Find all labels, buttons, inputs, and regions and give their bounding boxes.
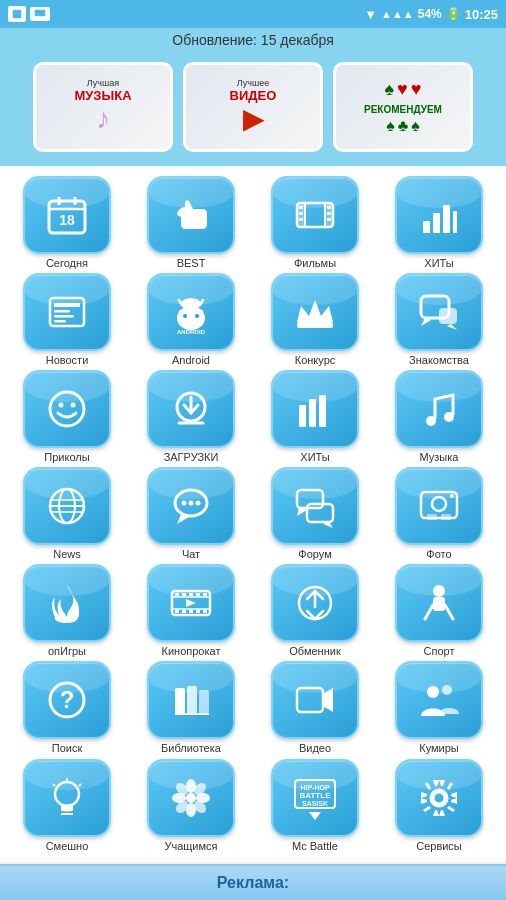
- svg-rect-61: [427, 514, 437, 520]
- icon-box-today: 18: [23, 176, 111, 254]
- status-bar: ▼ ▲▲▲ 54% 🔋 10:25: [0, 0, 506, 28]
- svg-rect-43: [309, 399, 316, 427]
- banner-recommend[interactable]: ♠ ♥ ♥ РЕКОМЕНДУЕМ ♠ ♣ ♠: [333, 62, 473, 152]
- svg-rect-15: [327, 206, 331, 209]
- icon-box-mcbattle: HIP-HOPBATTLESASISK: [271, 759, 359, 837]
- grid-item-contest[interactable]: Конкурс: [256, 273, 374, 366]
- banner-music-title2: МУЗЫКА: [74, 89, 131, 103]
- card-icon4: ♠: [386, 117, 395, 134]
- grid-item-video[interactable]: Видео: [256, 661, 374, 754]
- grid-item-games[interactable]: опИгры: [8, 564, 126, 657]
- svg-text:SASISK: SASISK: [302, 800, 328, 807]
- grid-item-jokes[interactable]: Приколы: [8, 370, 126, 463]
- svg-rect-1: [34, 9, 46, 17]
- svg-rect-42: [299, 405, 306, 427]
- svg-point-89: [442, 685, 452, 695]
- svg-marker-76: [186, 599, 196, 607]
- grid-item-mcbattle[interactable]: HIP-HOPBATTLESASISKMc Battle: [256, 759, 374, 852]
- grid-item-services[interactable]: Сервисы: [380, 759, 498, 852]
- icon-box-dating: [395, 273, 483, 351]
- icon-box-films: [271, 176, 359, 254]
- svg-point-55: [196, 501, 201, 506]
- grid-item-hits2[interactable]: ХИТы: [256, 370, 374, 463]
- grid-item-hits[interactable]: ХИТы: [380, 176, 498, 269]
- icon-grid: 18СегодняBESTФильмыХИТыНовостиANDROIDAnd…: [0, 166, 506, 862]
- icon-label-mcbattle: Mc Battle: [292, 840, 338, 852]
- icon-label-music: Музыка: [420, 451, 459, 463]
- icon-label-forum: Форум: [298, 548, 331, 560]
- svg-rect-62: [441, 514, 451, 520]
- card-icon2: ♥: [397, 79, 408, 99]
- grid-item-students[interactable]: Учащимся: [132, 759, 250, 852]
- svg-rect-71: [175, 610, 179, 613]
- icon-label-services: Сервисы: [416, 840, 462, 852]
- icon-label-students: Учащимся: [164, 840, 217, 852]
- icon-label-sport: Спорт: [424, 645, 455, 657]
- svg-point-30: [195, 314, 199, 318]
- grid-item-sport[interactable]: Спорт: [380, 564, 498, 657]
- icon-box-cinema: [147, 564, 235, 642]
- grid-item-dating[interactable]: Знакомства: [380, 273, 498, 366]
- svg-rect-28: [179, 310, 203, 320]
- time-display: 10:25: [465, 7, 498, 22]
- wifi-icon: ▼: [364, 7, 377, 22]
- grid-item-funny[interactable]: Смешно: [8, 759, 126, 852]
- ad-bar[interactable]: Реклама:: [0, 864, 506, 900]
- grid-item-downloads[interactable]: ЗАГРУЗКИ: [132, 370, 250, 463]
- svg-rect-87: [297, 688, 323, 712]
- svg-rect-75: [203, 610, 207, 613]
- icon-label-library: Библиотека: [161, 742, 221, 754]
- grid-item-news[interactable]: Новости: [8, 273, 126, 366]
- svg-point-53: [182, 501, 187, 506]
- svg-text:18: 18: [59, 212, 75, 228]
- grid-item-best[interactable]: BEST: [132, 176, 250, 269]
- phone-icon: [8, 6, 26, 22]
- icon-label-jokes: Приколы: [44, 451, 89, 463]
- icon-box-engnews: [23, 467, 111, 545]
- svg-point-29: [183, 314, 187, 318]
- grid-item-search[interactable]: ?Поиск: [8, 661, 126, 754]
- grid-item-films[interactable]: Фильмы: [256, 176, 374, 269]
- banner-music[interactable]: Лучшая МУЗЫКА ♪: [33, 62, 173, 152]
- icon-box-services: [395, 759, 483, 837]
- svg-point-37: [59, 403, 64, 408]
- grid-item-today[interactable]: 18Сегодня: [8, 176, 126, 269]
- update-bar: Обновление: 15 декабря: [0, 28, 506, 52]
- svg-rect-18: [423, 221, 430, 233]
- grid-item-chat[interactable]: Чат: [132, 467, 250, 560]
- grid-item-android[interactable]: ANDROIDAndroid: [132, 273, 250, 366]
- card-icon1: ♠: [384, 79, 394, 99]
- grid-item-forum[interactable]: Форум: [256, 467, 374, 560]
- banner-video[interactable]: Лучшее ВИДЕО ▶: [183, 62, 323, 152]
- svg-point-60: [450, 494, 454, 498]
- grid-item-idols[interactable]: Кумиры: [380, 661, 498, 754]
- svg-text:BATTLE: BATTLE: [300, 791, 332, 800]
- icon-box-downloads: [147, 370, 235, 448]
- icon-label-hits2: ХИТы: [300, 451, 329, 463]
- svg-rect-16: [327, 212, 331, 215]
- svg-point-88: [427, 686, 439, 698]
- grid-item-exchange[interactable]: Обменник: [256, 564, 374, 657]
- grid-item-music[interactable]: Музыка: [380, 370, 498, 463]
- svg-rect-68: [189, 593, 193, 596]
- svg-rect-19: [433, 213, 440, 233]
- update-text: Обновление: 15 декабря: [172, 32, 333, 48]
- svg-point-79: [433, 585, 445, 597]
- svg-rect-26: [54, 320, 66, 323]
- svg-point-45: [426, 416, 436, 426]
- grid-item-engnews[interactable]: News: [8, 467, 126, 560]
- grid-item-cinema[interactable]: Кинопрокат: [132, 564, 250, 657]
- icon-box-music: [395, 370, 483, 448]
- icon-box-video: [271, 661, 359, 739]
- icon-label-games: опИгры: [48, 645, 86, 657]
- icon-box-library: [147, 661, 235, 739]
- icon-box-search: ?: [23, 661, 111, 739]
- icon-label-downloads: ЗАГРУЗКИ: [164, 451, 219, 463]
- grid-item-library[interactable]: Библиотека: [132, 661, 250, 754]
- svg-point-106: [433, 792, 445, 804]
- icon-label-chat: Чат: [182, 548, 200, 560]
- message-icon: [30, 7, 50, 21]
- grid-item-photo[interactable]: Фото: [380, 467, 498, 560]
- svg-point-59: [432, 497, 446, 511]
- banner-recommend-title: РЕКОМЕНДУЕМ: [364, 104, 442, 115]
